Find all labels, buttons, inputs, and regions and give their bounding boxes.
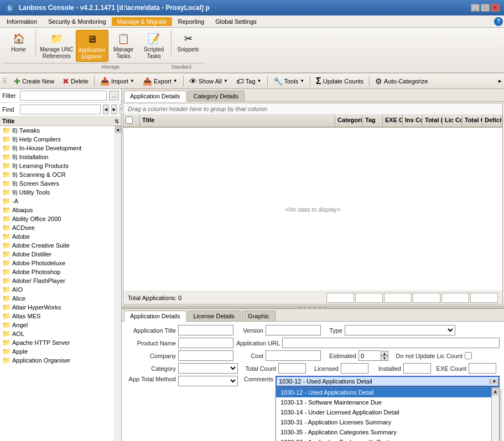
show-all-button[interactable]: 👁 Show All ▼ — [185, 75, 232, 87]
delete-button[interactable]: ✖ Delete — [59, 75, 92, 87]
tree-item[interactable]: 📁Application Organiser — [0, 356, 115, 365]
tab-category-details[interactable]: Category Details — [188, 91, 245, 101]
dropdown-scroll-up[interactable]: ▲ — [492, 387, 500, 395]
app-url-input[interactable] — [282, 338, 500, 348]
menu-manage-migrate[interactable]: Manage & Migrate — [112, 17, 173, 26]
tree-item[interactable]: 📁-A — [0, 197, 115, 206]
toolbar-scripted-tasks[interactable]: 📝 ScriptedTasks — [139, 30, 169, 62]
app-title-input[interactable] — [178, 325, 233, 335]
tag-button[interactable]: 🏷 Tag ▼ — [232, 75, 266, 87]
col-check[interactable] — [123, 115, 140, 127]
col-title[interactable]: Title — [140, 115, 335, 127]
toolbar-app-explorer[interactable]: 🖥 ApplicationExplorer — [76, 30, 108, 62]
dropdown-item[interactable]: 1030-35 - Application Categories Summary — [276, 427, 491, 437]
spin-down[interactable]: ▼ — [381, 356, 388, 361]
filter-btn[interactable]: … — [109, 91, 119, 101]
tree-scroll-track[interactable] — [115, 133, 121, 441]
app-total-method-select[interactable] — [178, 376, 238, 386]
tree-item[interactable]: 📁9) Help Compilers — [0, 135, 115, 144]
tree-item[interactable]: 📁Adobe Distiller — [0, 250, 115, 259]
dropdown-scroll-track[interactable] — [492, 395, 499, 441]
col-total-open[interactable]: Total ( — [423, 115, 443, 127]
total-count-input[interactable] — [278, 363, 306, 374]
find-input[interactable] — [20, 104, 101, 114]
help-button[interactable]: ? — [494, 17, 503, 26]
tree-item[interactable]: 📁Altair HyperWorks — [0, 303, 115, 312]
tree-sort-icon[interactable]: ⇅ — [115, 118, 119, 124]
dropdown-item[interactable]: 1030-14 - Under Licensed Application Det… — [276, 407, 491, 417]
menu-reporting[interactable]: Reporting — [172, 17, 210, 26]
tree-item[interactable]: 📁9) Utility Tools — [0, 188, 115, 197]
tree-item[interactable]: 📁Apache HTTP Server — [0, 338, 115, 347]
action-bar-overflow[interactable]: ▸ — [498, 77, 502, 85]
category-select[interactable] — [178, 363, 238, 374]
filter-input[interactable] — [20, 91, 107, 101]
tree-item[interactable]: 📁8) Tweaks — [0, 126, 115, 135]
menu-information[interactable]: Information — [1, 17, 43, 26]
tree-item[interactable]: 📁Apple — [0, 347, 115, 356]
find-next-btn[interactable]: ► — [111, 104, 117, 114]
tree-item[interactable]: 📁Adobe Photodeluxe — [0, 259, 115, 267]
tab-app-details-bottom[interactable]: Application Details — [124, 311, 186, 322]
check-all[interactable] — [126, 117, 133, 124]
tab-graphic[interactable]: Graphic — [242, 311, 276, 321]
tree-item[interactable]: 📁Ability Office 2000 — [0, 214, 115, 223]
export-button[interactable]: 📤 Export ▼ — [139, 75, 181, 87]
maximize-button[interactable]: □ — [481, 4, 490, 12]
find-prev-btn[interactable]: ◄ — [103, 104, 109, 114]
close-button[interactable]: ✕ — [491, 4, 500, 12]
tools-button[interactable]: 🔧 Tools ▼ — [269, 75, 309, 87]
spin-up[interactable]: ▲ — [381, 351, 388, 356]
tree-item[interactable]: 📁AIO — [0, 285, 115, 294]
tree-item[interactable]: 📁Adobe — [0, 232, 115, 241]
licensed-input[interactable] — [341, 363, 368, 374]
tree-scrollbar[interactable]: ▲ ▼ — [115, 126, 121, 441]
type-select[interactable] — [345, 325, 455, 335]
version-input[interactable] — [266, 325, 321, 335]
cost-input[interactable] — [266, 350, 321, 361]
dropdown-scrollbar-track[interactable]: ▲ ▼ — [491, 387, 499, 441]
installed-input[interactable] — [403, 363, 431, 374]
estimated-input[interactable] — [358, 350, 381, 361]
tree-item[interactable]: 📁9) Scanning & OCR — [0, 170, 115, 179]
tree-scroll[interactable]: 📁8) Tweaks📁9) Help Compilers📁9) In-House… — [0, 126, 115, 441]
col-exe-c[interactable]: EXE C — [383, 115, 403, 127]
col-total-c[interactable]: Total C — [463, 115, 482, 127]
col-ins-cc[interactable]: Ins Cc — [403, 115, 423, 127]
toolbar-manage-unc[interactable]: 📁 Manage UNCReferences — [38, 30, 76, 62]
tab-license-details[interactable]: License Details — [188, 311, 241, 321]
col-categorize[interactable]: Categorize — [335, 115, 363, 127]
import-button[interactable]: 📥 Import ▼ — [96, 75, 138, 87]
tree-scroll-up[interactable]: ▲ — [115, 126, 121, 133]
toolbar-manage-tasks[interactable]: 📋 ManageTasks — [108, 30, 139, 62]
tree-item[interactable]: 📁Adobe/ FlashPlayer — [0, 276, 115, 285]
dropdown-toggle[interactable]: ▼ — [490, 379, 498, 384]
minimize-button[interactable]: _ — [471, 4, 480, 12]
menu-global-settings[interactable]: Global Settings — [210, 17, 262, 26]
tree-item[interactable]: 📁9) Learning Products — [0, 161, 115, 170]
tab-application-details[interactable]: Application Details — [124, 91, 186, 102]
tree-item[interactable]: 📁9) In-House Development — [0, 144, 115, 153]
toolbar-home[interactable]: 🏠 Home — [3, 30, 34, 62]
create-new-button[interactable]: ✚ Create New — [10, 75, 58, 87]
tree-item[interactable]: 📁Altas MES — [0, 312, 115, 321]
exe-count-input[interactable] — [469, 363, 496, 374]
tree-item[interactable]: 📁AOL — [0, 329, 115, 338]
update-counts-button[interactable]: Σ Update Counts — [312, 75, 367, 88]
dropdown-item[interactable]: 1030-12 - Used Applications Detail — [276, 387, 491, 397]
tree-item[interactable]: 📁Alice — [0, 294, 115, 303]
toolbar-snippets[interactable]: ✂ Snippets — [173, 30, 204, 62]
dropdown-item[interactable]: 1030-13 - Software Maintenance Due — [276, 397, 491, 407]
tree-item[interactable]: 📁ACDsee — [0, 223, 115, 232]
dropdown-item[interactable]: 1030-36 - Application Explorer with Cost… — [276, 437, 491, 441]
company-input[interactable] — [178, 350, 233, 361]
col-tag[interactable]: Tag — [363, 115, 383, 127]
dropdown-item[interactable]: 1030-31 - Application Licenses Summary — [276, 417, 491, 427]
tree-item[interactable]: 📁Adobe Creative Suite — [0, 241, 115, 250]
col-lic-co[interactable]: Lic Co — [443, 115, 463, 127]
tree-item[interactable]: 📁Adobe Photoshop — [0, 267, 115, 276]
tree-item[interactable]: 📁9) Installation — [0, 153, 115, 161]
tree-item[interactable]: 📁Abaqus — [0, 206, 115, 214]
col-deficit[interactable]: Deficit — [482, 115, 502, 127]
tree-item[interactable]: 📁Angel — [0, 321, 115, 329]
